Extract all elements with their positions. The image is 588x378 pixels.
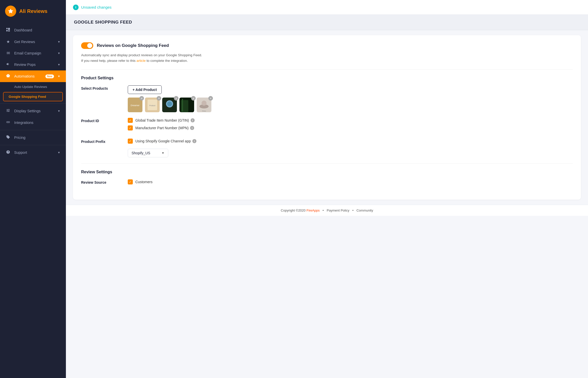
mpn-info-icon[interactable]: i: [190, 126, 194, 130]
sidebar-subitem-google-shopping-feed[interactable]: Google Shopping Feed: [3, 92, 63, 101]
svg-marker-0: [8, 9, 13, 13]
svg-rect-4: [8, 30, 10, 31]
main-content: i Unsaved changes GOOGLE SHOPPING FEED R…: [66, 0, 588, 378]
product-id-value: ✓ Global Trade Item Number (GTIN) i ✓ Ma…: [128, 118, 573, 133]
dashboard-icon: [6, 28, 11, 33]
sidebar-item-review-pops[interactable]: Review Pops ▼: [0, 59, 66, 70]
google-feed-toggle[interactable]: [81, 42, 93, 49]
svg-rect-1: [6, 28, 8, 29]
select-arrow-icon: ▼: [161, 151, 164, 155]
customers-checkbox-row: ✓ Customers: [128, 179, 573, 184]
sidebar-item-get-reviews[interactable]: ★ Get Reviews ▼: [0, 36, 66, 47]
gtin-checkbox-row: ✓ Global Trade Item Number (GTIN) i: [128, 118, 573, 123]
remove-product-2-button[interactable]: ✕: [157, 96, 161, 101]
sidebar-item-automations[interactable]: Automations New ▼: [0, 70, 66, 82]
sliders-icon: [6, 108, 11, 114]
main-card: Reviews on Google Shopping Feed Automati…: [73, 35, 581, 200]
shopify-channel-info-icon[interactable]: i: [192, 139, 196, 143]
gtin-info-icon[interactable]: i: [191, 118, 195, 122]
footer-payment-policy-link[interactable]: Payment Policy: [327, 209, 350, 212]
sidebar-item-label-email-campaign: Email Campaign: [14, 51, 54, 55]
sidebar-item-pricing[interactable]: Pricing: [0, 132, 66, 143]
shopify-prefix-value: Shopify_US: [132, 151, 150, 155]
product-thumb-5: Sleep ✕: [197, 98, 211, 112]
logo[interactable]: Ali Reviews: [0, 0, 66, 22]
sidebar-item-label-display-settings: Display Settings: [14, 109, 54, 113]
divider-3: [0, 145, 66, 145]
sidebar-item-dashboard[interactable]: Dashboard: [0, 24, 66, 36]
megaphone-icon: [6, 62, 11, 67]
product-thumb-2: Product ✕: [145, 98, 160, 112]
logo-text: Ali Reviews: [19, 8, 47, 14]
logo-icon: [5, 6, 16, 17]
gtin-checkbox[interactable]: ✓: [128, 118, 133, 123]
sidebar-item-support[interactable]: Support ▼: [0, 147, 66, 158]
footer-dot-2: •: [352, 209, 354, 212]
sidebar-item-label-get-reviews: Get Reviews: [14, 40, 54, 44]
article-link[interactable]: article: [136, 59, 145, 63]
page-title: GOOGLE SHOPPING FEED: [74, 20, 580, 25]
shopify-channel-checkbox[interactable]: ✓: [128, 139, 133, 144]
topbar: i Unsaved changes: [66, 0, 588, 15]
product-thumb-1: Dreamer ✕: [128, 98, 142, 112]
sidebar-item-label-pricing: Pricing: [14, 136, 60, 140]
toggle-description: Automatically sync and display product r…: [81, 52, 573, 63]
product-prefix-value: ✓ Using Shopify Google Channel app i Sho…: [128, 139, 573, 157]
toggle-title: Reviews on Google Shopping Feed: [97, 43, 169, 48]
product-thumbnails: Dreamer ✕ Product ✕: [128, 98, 573, 112]
svg-rect-15: [182, 99, 183, 111]
chevron-down-icon-6: ▼: [58, 151, 60, 154]
sidebar-item-label-review-pops: Review Pops: [14, 63, 54, 67]
remove-product-5-button[interactable]: ✕: [208, 96, 213, 101]
link-icon: [6, 120, 11, 125]
product-prefix-row: Product Prefix ✓ Using Shopify Google Ch…: [81, 139, 573, 157]
add-product-button[interactable]: + Add Product: [128, 85, 162, 94]
mpn-checkbox-row: ✓ Manufacturer Part Number (MPN) i: [128, 125, 573, 130]
chevron-down-icon-4: ▼: [58, 75, 60, 78]
sidebar-item-email-campaign[interactable]: ✉ Email Campaign ▼: [0, 47, 66, 59]
sidebar-subitem-label-google-shopping: Google Shopping Feed: [9, 95, 46, 99]
footer-copyright: Copyright ©2020: [281, 209, 306, 212]
shopify-prefix-select[interactable]: Shopify_US ▼: [128, 149, 168, 157]
sidebar-subitem-auto-update-reviews[interactable]: Auto Update Reviews: [0, 82, 66, 91]
product-id-label: Product ID: [81, 118, 122, 123]
shopify-channel-checkbox-row: ✓ Using Shopify Google Channel app i: [128, 139, 573, 144]
unsaved-info-icon: i: [73, 5, 79, 10]
help-icon: [6, 150, 11, 155]
page-header: GOOGLE SHOPPING FEED: [66, 15, 588, 30]
footer-community-link[interactable]: Community: [356, 209, 373, 212]
svg-point-18: [201, 101, 207, 106]
sidebar: Ali Reviews Dashboard ★ Get Reviews ▼ ✉ …: [0, 0, 66, 378]
chevron-down-icon-5: ▼: [58, 109, 60, 112]
chevron-down-icon: ▼: [58, 40, 60, 43]
select-products-value: + Add Product Dreamer ✕ Product: [128, 85, 573, 112]
remove-product-1-button[interactable]: ✕: [139, 96, 144, 101]
review-source-value: ✓ Customers: [128, 179, 573, 187]
review-source-row: Review Source ✓ Customers: [81, 179, 573, 187]
footer-dot-1: •: [323, 209, 324, 212]
section-divider-1: [81, 69, 573, 70]
toggle-header: Reviews on Google Shopping Feed: [81, 42, 573, 49]
divider-1: [0, 103, 66, 104]
sidebar-item-label-automations: Automations: [14, 74, 41, 78]
product-thumb-4: ✕: [179, 98, 194, 112]
section-divider-2: [81, 163, 573, 164]
svg-rect-14: [181, 100, 188, 112]
unsaved-changes-label: Unsaved changes: [81, 5, 112, 9]
sidebar-item-display-settings[interactable]: Display Settings ▼: [0, 105, 66, 117]
mpn-checkbox[interactable]: ✓: [128, 125, 133, 130]
product-prefix-label: Product Prefix: [81, 139, 122, 144]
remove-product-4-button[interactable]: ✕: [191, 96, 196, 101]
customers-checkbox[interactable]: ✓: [128, 179, 133, 184]
review-source-label: Review Source: [81, 179, 122, 184]
footer-brand-link[interactable]: FireApps: [306, 209, 320, 212]
email-icon: ✉: [6, 51, 11, 55]
remove-product-3-button[interactable]: ✕: [174, 96, 178, 101]
sidebar-item-label-integrations: Integrations: [14, 121, 60, 125]
product-id-row: Product ID ✓ Global Trade Item Number (G…: [81, 118, 573, 133]
product-thumb-3: ✕: [162, 98, 177, 112]
sidebar-item-integrations[interactable]: Integrations: [0, 117, 66, 128]
gtin-label: Global Trade Item Number (GTIN) i: [135, 118, 195, 122]
chevron-down-icon-2: ▼: [58, 52, 60, 55]
shopify-channel-label: Using Shopify Google Channel app i: [135, 139, 196, 143]
